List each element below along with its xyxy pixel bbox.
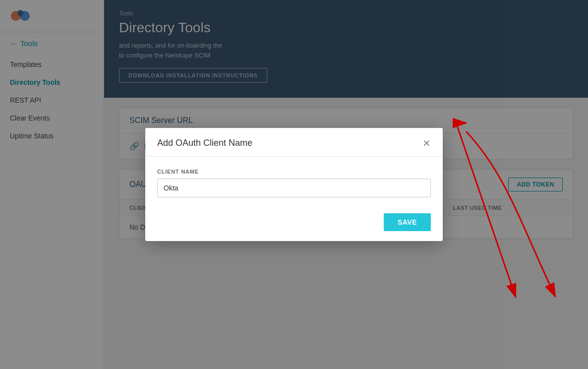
client-name-label: CLIENT NAME	[157, 169, 431, 175]
save-button[interactable]: SAVE	[384, 213, 431, 231]
modal-body: CLIENT NAME	[145, 157, 443, 207]
modal-dialog: Add OAuth Client Name ✕ CLIENT NAME SAVE	[145, 128, 443, 241]
modal-title: Add OAuth Client Name	[157, 138, 252, 148]
modal-close-button[interactable]: ✕	[422, 138, 431, 148]
modal-header: Add OAuth Client Name ✕	[145, 128, 443, 157]
modal-footer: SAVE	[145, 207, 443, 241]
modal-overlay[interactable]: Add OAuth Client Name ✕ CLIENT NAME SAVE	[0, 0, 588, 369]
client-name-input[interactable]	[157, 179, 431, 197]
